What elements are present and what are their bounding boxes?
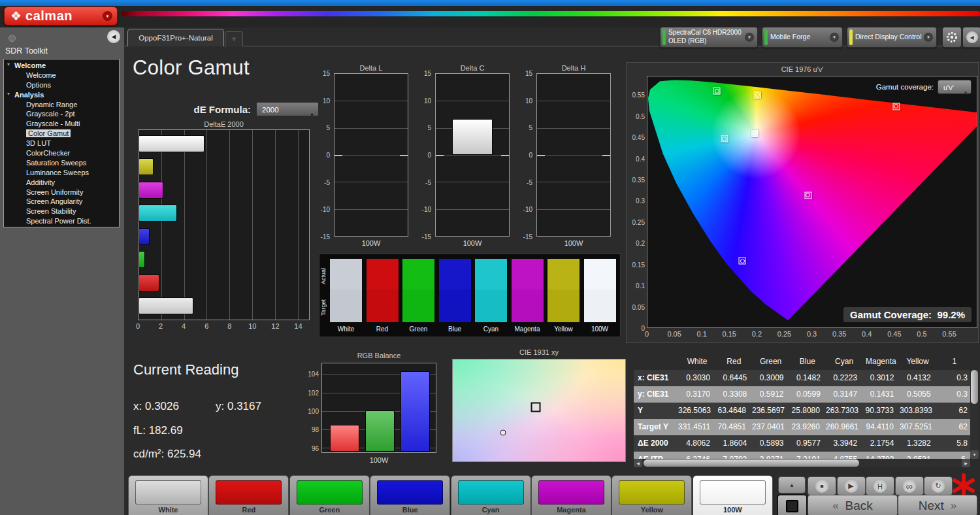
patch-button-red[interactable]: Red	[208, 475, 289, 515]
pattern-size-button[interactable]: H	[866, 476, 894, 495]
table-cell: 0.3147	[826, 386, 863, 403]
settings-gear-button[interactable]	[942, 27, 962, 48]
sidebar-item-spectral-power-dist[interactable]: Spectral Power Dist.	[4, 216, 119, 226]
table-header-row: WhiteRedGreenBlueCyanMagentaYellow1	[634, 353, 970, 370]
refresh-button[interactable]: ↻	[924, 476, 953, 495]
vertical-scroll-thumb[interactable]	[971, 370, 978, 404]
sidebar-item-grayscale-2pt[interactable]: Grayscale - 2pt	[4, 109, 119, 119]
rgb-balance-yaxis: 1041021009896	[302, 363, 319, 453]
sidebar-item-dynamic-range[interactable]: Dynamic Range	[4, 100, 119, 110]
scroll-left-arrow-icon[interactable]: ◀	[634, 459, 642, 467]
sidebar-item-saturation-sweeps[interactable]: Saturation Sweeps	[4, 158, 119, 168]
back-button[interactable]: « Back	[808, 495, 898, 515]
stop-button[interactable]: ■	[808, 476, 836, 495]
patch-label: Yellow	[612, 506, 691, 514]
sidebar-item-label: Dynamic Range	[26, 101, 77, 108]
sidebar-item-label: Additivity	[26, 178, 55, 186]
source-device-button[interactable]: Mobile Forge ▼	[762, 27, 843, 48]
sidebar-item-grayscale-multi[interactable]: Grayscale - Multi	[4, 119, 119, 129]
panel-collapse-button[interactable]: ◀	[962, 27, 980, 48]
swatch-actual	[439, 259, 471, 290]
patch-button-green[interactable]: Green	[289, 475, 370, 515]
table-cell: 25.8080	[790, 403, 826, 419]
sidebar-item-label: Screen Stability	[26, 207, 76, 215]
patch-button-100w[interactable]: 100W	[693, 475, 773, 515]
cie1931-title: CIE 1931 xy	[452, 348, 626, 356]
patch-button-cyan[interactable]: Cyan	[451, 475, 531, 515]
sidebar-collapse-button[interactable]: ◀	[107, 30, 120, 43]
zero-tick	[602, 155, 610, 156]
patch-button-white[interactable]: White	[128, 475, 208, 515]
table-cell: 7.2191	[790, 452, 826, 459]
table-header-blue: Blue	[790, 353, 826, 370]
calman-menu-button[interactable]: ❖ calman ▼	[4, 7, 118, 25]
axis-tick-label: 15	[323, 70, 330, 77]
axis-tick-label: 104	[308, 371, 319, 378]
axis-tick-label: 0	[427, 152, 431, 159]
cie1976-chart: Gamut coverage: u'v' ▼ Gamut Coverage: 9…	[647, 76, 977, 328]
pattern-window-button[interactable]	[777, 494, 808, 515]
sidebar-item-luminance-sweeps[interactable]: Luminance Sweeps	[4, 168, 119, 178]
sidebar-item-additivity[interactable]: Additivity	[4, 178, 119, 188]
swatch-actual	[402, 259, 434, 290]
sidebar-item-welcome[interactable]: ▾Welcome	[4, 61, 119, 71]
sidebar-item-screen-uniformity[interactable]: Screen Uniformity	[4, 188, 119, 197]
de-formula-value: 2000	[262, 106, 279, 114]
gridline	[335, 155, 408, 156]
calman-menu-caret-icon[interactable]: ▼	[103, 11, 112, 21]
de-formula-dropdown[interactable]: 2000 ▼	[256, 102, 319, 116]
sidebar-item-analysis[interactable]: ▾Analysis	[4, 90, 119, 100]
sidebar-item-screen-stability[interactable]: Screen Stability	[4, 207, 119, 216]
page-title: Color Gamut	[133, 56, 250, 80]
workflow-title: SDR Toolkit	[5, 46, 48, 56]
patch-button-blue[interactable]: Blue	[370, 475, 450, 515]
patch-color-chip	[297, 480, 363, 505]
gamut-coverage-dropdown[interactable]: u'v' ▼	[938, 80, 972, 94]
table-header-yellow: Yellow	[900, 353, 936, 370]
read-continuous-button[interactable]: ∞	[895, 476, 924, 495]
meter-device-button[interactable]: SpectraCal C6 HDR2000OLED (RGB) ▼	[660, 27, 758, 48]
sidebar-pin-icon[interactable]	[8, 35, 16, 42]
table-cell: 0.1431	[863, 386, 900, 403]
table-vertical-scrollbar[interactable]: ▼	[970, 370, 979, 459]
stop-icon: ■	[815, 480, 828, 493]
chart-plot	[334, 73, 408, 237]
session-tab[interactable]: OppoF31Pro+-Natural	[127, 29, 224, 46]
sidebar-item-color-gamut[interactable]: Color Gamut	[4, 129, 119, 139]
sidebar-item-options[interactable]: Options	[4, 80, 119, 90]
gamut-point-white	[751, 129, 759, 137]
deltae-chart-xaxis: 02468101214	[138, 322, 310, 331]
swatch-label: Red	[367, 325, 399, 333]
deltae-bar-green	[139, 251, 145, 268]
patch-label: Magenta	[532, 506, 611, 514]
sidebar-item-welcome[interactable]: Welcome	[4, 71, 119, 80]
gridline	[335, 101, 408, 101]
sidebar-item-3d-lut[interactable]: 3D LUT	[4, 139, 119, 148]
scroll-down-arrow-icon[interactable]: ▼	[970, 450, 979, 459]
actual-point-icon	[755, 92, 760, 97]
table-cell: 3.0531	[900, 452, 936, 459]
chart-xlabel: 100W	[536, 239, 611, 247]
play-button[interactable]: ▶	[837, 476, 866, 495]
sidebar-item-label: Welcome	[26, 71, 56, 79]
sidebar-item-screen-angularity[interactable]: Screen Angularity	[4, 197, 119, 207]
patch-label: 100W	[693, 506, 772, 514]
horizontal-scroll-thumb[interactable]	[644, 459, 859, 467]
gridline	[436, 182, 509, 182]
deltae-bar-yellow	[139, 158, 154, 175]
table-cell: 4.8062	[679, 435, 716, 452]
table-horizontal-scrollbar[interactable]: ◀ ▶	[634, 459, 970, 467]
display-caret-icon: ▼	[924, 33, 933, 42]
patch-button-yellow[interactable]: Yellow	[612, 475, 692, 515]
display-control-button[interactable]: Direct Display Control ▼	[847, 27, 937, 48]
new-tab-button[interactable]: +	[225, 31, 243, 46]
scroll-right-arrow-icon[interactable]: ▶	[962, 459, 970, 467]
next-button[interactable]: Next »	[898, 495, 977, 515]
expand-up-button[interactable]: ▲	[778, 476, 806, 493]
display-status-indicator	[849, 29, 853, 45]
patch-button-magenta[interactable]: Magenta	[531, 475, 612, 515]
sidebar-item-colorchecker[interactable]: ColorChecker	[4, 148, 119, 158]
axis-tick-label: 96	[312, 444, 319, 452]
swatch-actual	[475, 259, 507, 290]
swatch-target	[439, 290, 471, 322]
